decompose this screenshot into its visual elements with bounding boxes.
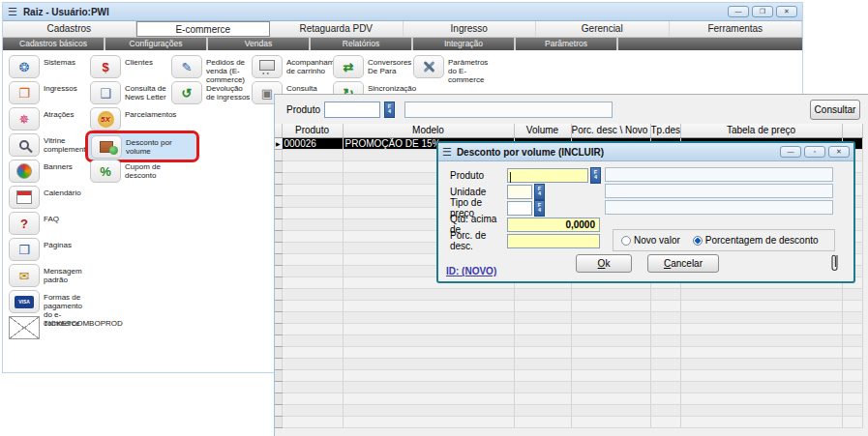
table-cell bbox=[571, 381, 650, 392]
tool-item-formas-pagamento[interactable]: VISAFormas de pagamento do e-commerce bbox=[9, 290, 88, 316]
tool-item-calendario[interactable]: Calendário bbox=[9, 186, 88, 212]
tab-ferramentas[interactable]: Ferramentas bbox=[670, 21, 803, 37]
restore-button[interactable]: ❐ bbox=[752, 6, 773, 17]
tool-item-label: Consulta de News Letter bbox=[125, 84, 169, 102]
table-cell bbox=[650, 334, 680, 346]
tab-cadastros[interactable]: Cadastros bbox=[3, 21, 136, 37]
tool-item-clientes[interactable]: $Clientes bbox=[90, 55, 169, 81]
tipo-preco-lookup-f4-button[interactable]: F4 bbox=[534, 200, 545, 217]
tool-item-parametros-ecommerce[interactable]: Parâmetros do E-commerce bbox=[413, 55, 493, 81]
id-novo-link[interactable]: ID: (NOVO) bbox=[446, 266, 496, 276]
table-row-empty[interactable] bbox=[275, 392, 862, 404]
cancel-button[interactable]: Cancelar bbox=[647, 254, 719, 273]
column-header[interactable]: Volume bbox=[514, 124, 571, 137]
tool-item-ingressos[interactable]: ❐Ingressos bbox=[9, 81, 88, 107]
column-header[interactable]: Porc. desc \ Novo valor bbox=[571, 124, 650, 137]
tool-item-consulta-news-letter[interactable]: ❑Consulta de News Letter bbox=[90, 81, 169, 107]
qtd-acima-field-input[interactable]: 0,0000 bbox=[507, 218, 600, 232]
table-row-empty[interactable] bbox=[275, 346, 862, 358]
tool-item-devolucao-ingressos[interactable]: ↺Devolução de ingressos bbox=[171, 81, 251, 107]
tipo-preco-field-input[interactable] bbox=[507, 201, 532, 216]
tab-gerencial[interactable]: Gerencial bbox=[536, 21, 670, 37]
produto-field-input[interactable] bbox=[507, 168, 588, 183]
menu-item-cadastros-b-sicos[interactable]: Cadastros básicos bbox=[3, 38, 105, 50]
tab-ingresso[interactable]: Ingresso bbox=[404, 21, 537, 37]
column-header[interactable]: Modelo bbox=[343, 124, 514, 137]
table-row-empty[interactable] bbox=[275, 404, 862, 416]
consultar-button[interactable]: Consultar bbox=[810, 100, 860, 120]
dialog-body: Produto F4 Unidade F4 Tipo de preço F4 Q… bbox=[438, 161, 853, 281]
row-selector-cell bbox=[275, 392, 282, 404]
table-cell bbox=[571, 300, 650, 311]
table-cell bbox=[842, 358, 862, 369]
tool-item-vitrine-complementar[interactable]: Vitrine complementar bbox=[9, 133, 88, 160]
dialog-restore-button[interactable]: ▫ bbox=[804, 146, 825, 158]
table-row-empty[interactable] bbox=[275, 288, 862, 300]
radio-porcentagem[interactable]: Porcentagem de desconto bbox=[693, 235, 819, 246]
minimize-button[interactable]: — bbox=[728, 6, 749, 17]
table-cell bbox=[343, 416, 514, 427]
table-cell bbox=[571, 369, 650, 381]
table-cell bbox=[680, 392, 842, 404]
table-row-empty[interactable] bbox=[275, 334, 862, 346]
table-row-empty[interactable] bbox=[275, 300, 862, 311]
lookup-f4-button[interactable]: F4 bbox=[384, 102, 395, 118]
column-header[interactable]: Produto bbox=[282, 124, 343, 137]
tab-e-commerce[interactable]: E-commerce bbox=[136, 21, 271, 37]
tool-item-parcelamentos[interactable]: 5XParcelamentos bbox=[90, 107, 169, 133]
tool-item-atracoes[interactable]: ✵Atrações bbox=[9, 107, 88, 133]
tool-item-mensagem-padrao[interactable]: ✉Mensagem padrão bbox=[9, 264, 88, 290]
ok-button[interactable]: Ok bbox=[576, 254, 632, 273]
desconto-dialog: ☰ Desconto por volume (INCLUIR) — ▫ ✕ Pr… bbox=[436, 141, 855, 283]
table-row-empty[interactable] bbox=[275, 323, 862, 334]
tool-item-conversores-de-para[interactable]: ⇄Conversores De Para bbox=[333, 55, 412, 81]
menu-item-par-metros[interactable]: Parâmetros bbox=[516, 38, 618, 50]
column-header[interactable]: Tabela de preço bbox=[680, 124, 842, 137]
tool-item-acompanhamento-carrinho[interactable]: Acompanhamento de carrinho bbox=[252, 55, 331, 81]
table-row-empty[interactable] bbox=[275, 369, 862, 381]
tool-item-ticketcomboprod[interactable]: TICKETCOMBOPROD bbox=[9, 316, 88, 342]
tool-item-label: Atrações bbox=[44, 110, 75, 119]
unidade-lookup-f4-button[interactable]: F4 bbox=[534, 184, 545, 200]
pages-icon: ❒ bbox=[9, 238, 40, 261]
produto-lookup-f4-button[interactable]: F4 bbox=[590, 167, 601, 184]
title-bar: ☰ Raiz - Usuário:PWI — ❐ ✕ bbox=[3, 3, 802, 21]
table-row-empty[interactable] bbox=[275, 416, 862, 427]
magnifier-icon bbox=[9, 133, 40, 157]
radio-novo-valor[interactable]: Novo valor bbox=[621, 235, 680, 246]
tool-item-banners[interactable]: Banners bbox=[9, 160, 88, 186]
column-header[interactable]: Tp.desc bbox=[650, 124, 680, 137]
radio-novo-valor-dot[interactable] bbox=[621, 236, 631, 246]
unidade-field-input[interactable] bbox=[507, 185, 532, 199]
table-row-empty[interactable] bbox=[275, 311, 862, 323]
close-button[interactable]: ✕ bbox=[776, 6, 797, 17]
table-row-empty[interactable] bbox=[275, 381, 862, 392]
table-row-empty[interactable] bbox=[275, 358, 862, 369]
icon-grid-column-2: ✎Pedidos de venda (E-commerce)↺Devolução… bbox=[171, 55, 251, 107]
menu-item-configura-es[interactable]: Configurações bbox=[105, 38, 208, 50]
row-selector-cell bbox=[275, 300, 282, 311]
tool-item-cupom-desconto[interactable]: %Cupom de desconto bbox=[90, 160, 169, 186]
dialog-minimize-button[interactable]: — bbox=[780, 146, 801, 158]
tool-item-pedidos-venda[interactable]: ✎Pedidos de venda (E-commerce) bbox=[171, 55, 251, 81]
dialog-menu-icon[interactable]: ☰ bbox=[442, 147, 452, 158]
radio-porcentagem-dot[interactable] bbox=[693, 236, 703, 246]
table-cell bbox=[282, 334, 343, 346]
tool-item-sistemas[interactable]: ❂Sistemas bbox=[9, 55, 88, 81]
dialog-window-controls: — ▫ ✕ bbox=[780, 146, 850, 158]
table-cell: 000026 bbox=[282, 137, 343, 149]
tab-retaguarda-pdv[interactable]: Retaguarda PDV bbox=[270, 21, 404, 37]
menu-item-relat-rios[interactable]: Relatórios bbox=[311, 38, 413, 50]
convert-arrows-icon: ⇄ bbox=[333, 55, 364, 78]
dialog-title-bar: ☰ Desconto por volume (INCLUIR) — ▫ ✕ bbox=[438, 143, 853, 161]
tool-item-faq[interactable]: ?FAQ bbox=[9, 212, 88, 238]
dialog-close-button[interactable]: ✕ bbox=[828, 146, 850, 158]
menu-item-vendas[interactable]: Vendas bbox=[208, 38, 311, 50]
tool-item-desconto-por-volume[interactable]: Desconto por volume bbox=[85, 131, 199, 162]
tool-item-paginas[interactable]: ❒Páginas bbox=[9, 238, 88, 264]
porc-desc-field-input[interactable] bbox=[507, 234, 600, 248]
menu-item-integra-o[interactable]: Integração bbox=[413, 38, 516, 50]
hamburger-icon[interactable]: ☰ bbox=[8, 7, 17, 17]
filter-produto-input[interactable] bbox=[324, 102, 380, 118]
paperclip-attachment-icon[interactable] bbox=[829, 252, 840, 277]
